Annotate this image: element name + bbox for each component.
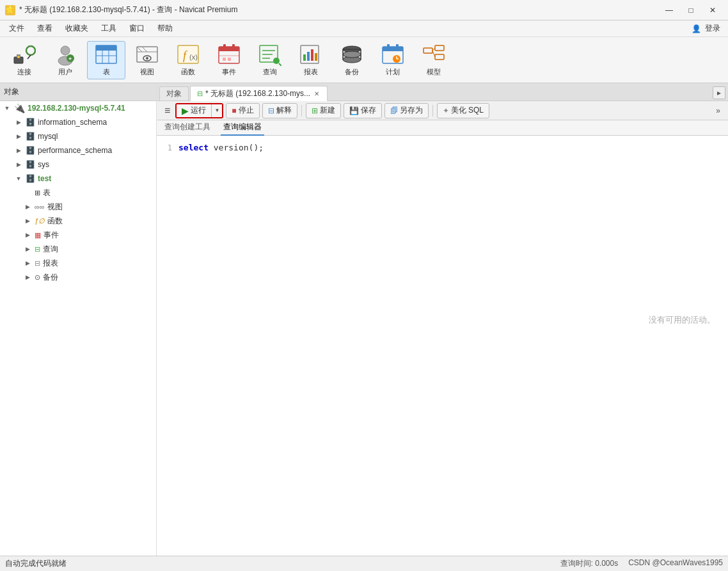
- sidebar-db-information_schema[interactable]: ▶ 🗄️ information_schema: [0, 115, 156, 129]
- sidebar-connection[interactable]: ▼ 🔌 192.168.2.130-mysql-5.7.41: [0, 101, 156, 115]
- toolbar-menu-icon[interactable]: ≡: [162, 104, 173, 118]
- toolbar-report[interactable]: 报表: [292, 41, 330, 79]
- beautify-button[interactable]: ✦ 美化 SQL: [437, 103, 489, 118]
- sidebar-db-performance_schema[interactable]: ▶ 🗄️ performance_schema: [0, 143, 156, 157]
- toolbar-query-label: 查询: [263, 67, 277, 77]
- run-dropdown[interactable]: ▼: [212, 103, 222, 118]
- query-time-text: 查询时间: 0.000s: [560, 558, 619, 569]
- stop-icon: ■: [232, 106, 236, 115]
- tab-object[interactable]: 对象: [159, 86, 189, 101]
- menu-login[interactable]: 👤 登录: [692, 23, 725, 34]
- explain-button[interactable]: ⊟ 解释: [262, 103, 297, 118]
- db-icon: 🗄️: [26, 118, 35, 127]
- toolbar-event[interactable]: 事件: [210, 41, 248, 79]
- connection-expand-icon[interactable]: ▼: [3, 104, 12, 113]
- new-icon: ⊞: [312, 106, 318, 115]
- svg-point-16: [146, 57, 148, 60]
- report-icon: [299, 43, 322, 66]
- query-tab-builder[interactable]: 查询创建工具: [162, 120, 213, 136]
- db-label: information_schema: [38, 118, 107, 127]
- db-expand-icon[interactable]: ▶: [14, 118, 23, 127]
- svg-rect-35: [307, 52, 310, 61]
- toolbar-schedule[interactable]: 计划: [374, 41, 412, 79]
- toolbar-view[interactable]: 视图: [128, 41, 166, 79]
- toolbar-backup[interactable]: 备份: [333, 41, 371, 79]
- tab-query-active[interactable]: ⊟ * 无标题 (192.168.2.130-mys... ✕: [190, 86, 328, 101]
- svg-line-3: [28, 55, 31, 59]
- toolbar-user[interactable]: + 用户: [46, 41, 84, 79]
- minimize-button[interactable]: —: [659, 3, 679, 18]
- reports-icon: ⊟: [35, 259, 40, 268]
- sidebar-test-queries[interactable]: ▶ ⊟ 查询: [0, 242, 156, 256]
- save-button[interactable]: 💾 保存: [344, 103, 382, 118]
- sidebar-test-views[interactable]: ▶ ∞∞ 视图: [0, 200, 156, 214]
- run-button-group[interactable]: ▶ 运行 ▼: [175, 103, 223, 118]
- svg-rect-51: [423, 48, 432, 53]
- backups-expand-icon[interactable]: ▶: [23, 273, 32, 282]
- menu-window[interactable]: 窗口: [123, 21, 151, 36]
- sidebar-test-reports[interactable]: ▶ ⊟ 报表: [0, 256, 156, 270]
- connection-icon: 🔌: [14, 103, 25, 113]
- schedule-icon: [381, 43, 404, 66]
- toolbar-connect[interactable]: 连接: [5, 41, 44, 79]
- menu-tools[interactable]: 工具: [95, 21, 123, 36]
- backups-icon: ⊙: [35, 273, 40, 282]
- sidebar-test-functions[interactable]: ▶ ƒ∅ 函数: [0, 214, 156, 228]
- db-label: mysql: [38, 132, 58, 141]
- maximize-button[interactable]: □: [681, 3, 701, 18]
- stop-label: 停止: [239, 105, 254, 116]
- functions-expand-icon[interactable]: ▶: [23, 216, 32, 225]
- views-icon: ∞∞: [35, 203, 45, 211]
- save-as-button[interactable]: 🗐 另存为: [384, 103, 429, 118]
- db-expand-icon[interactable]: ▶: [14, 146, 23, 155]
- views-expand-icon[interactable]: ▶: [23, 202, 32, 211]
- query-tab-editor[interactable]: 查询编辑器: [221, 120, 264, 136]
- backup-icon: [340, 43, 363, 66]
- menu-view[interactable]: 查看: [31, 21, 59, 36]
- tab-bar: 对象 ⊟ * 无标题 (192.168.2.130-mys... ✕ ▸: [157, 83, 728, 101]
- save-as-icon: 🗐: [390, 106, 398, 115]
- reports-expand-icon[interactable]: ▶: [23, 259, 32, 268]
- toolbar-function[interactable]: f (x) 函数: [169, 41, 207, 79]
- sidebar-db-mysql[interactable]: ▶ 🗄️ mysql: [0, 129, 156, 143]
- line-content-1: select version();: [178, 141, 264, 155]
- toolbar-query[interactable]: 查询: [251, 41, 289, 79]
- sidebar-db-test[interactable]: ▼ 🗄️ test: [0, 172, 156, 186]
- queries-expand-icon[interactable]: ▶: [23, 245, 32, 253]
- close-button[interactable]: ✕: [702, 3, 723, 18]
- run-dropdown-arrow: ▼: [214, 108, 219, 113]
- db-expand-icon[interactable]: ▶: [14, 132, 23, 141]
- queries-label: 查询: [43, 244, 58, 255]
- new-button[interactable]: ⊞ 新建: [306, 103, 341, 118]
- svg-rect-23: [232, 44, 235, 49]
- svg-rect-10: [96, 45, 116, 51]
- title-bar: ⭐ * 无标题 (192.168.2.130-mysql-5.7.41) - 查…: [0, 0, 728, 20]
- right-pane: 对象 ⊟ * 无标题 (192.168.2.130-mys... ✕ ▸ ≡ ▶…: [157, 83, 728, 556]
- menu-favorites[interactable]: 收藏夹: [59, 21, 95, 36]
- toolbar-table[interactable]: 表: [87, 41, 125, 79]
- editor-line-1: 1 select version();: [157, 141, 723, 155]
- backups-label: 备份: [43, 272, 58, 283]
- toolbar-model[interactable]: 模型: [415, 41, 453, 79]
- toolbar-expand-button[interactable]: »: [713, 105, 723, 117]
- function-call: version();: [214, 143, 264, 152]
- menu-file[interactable]: 文件: [3, 21, 31, 36]
- stop-button[interactable]: ■ 停止: [226, 103, 259, 118]
- sidebar-test-backups[interactable]: ▶ ⊙ 备份: [0, 270, 156, 284]
- query-icon: [258, 43, 281, 66]
- svg-rect-36: [311, 49, 313, 61]
- events-expand-icon[interactable]: ▶: [23, 230, 32, 239]
- db-expand-icon[interactable]: ▼: [14, 174, 23, 183]
- run-button[interactable]: ▶ 运行: [177, 103, 212, 118]
- tab-close-button[interactable]: ✕: [313, 90, 320, 98]
- status-right: 查询时间: 0.000s CSDN @OceanWaves1995: [560, 558, 724, 569]
- svg-rect-47: [396, 44, 399, 49]
- sql-editor[interactable]: 1 select version();: [157, 136, 728, 556]
- menu-bar: 文件 查看 收藏夹 工具 窗口 帮助 👤 登录: [0, 20, 728, 37]
- menu-help[interactable]: 帮助: [151, 21, 179, 36]
- sidebar-db-sys[interactable]: ▶ 🗄️ sys: [0, 157, 156, 172]
- sidebar-test-tables[interactable]: ⊞ 表: [0, 186, 156, 200]
- db-expand-icon[interactable]: ▶: [14, 160, 23, 169]
- sidebar-test-events[interactable]: ▶ ▦ 事件: [0, 228, 156, 242]
- tab-extra-button[interactable]: ▸: [713, 86, 725, 99]
